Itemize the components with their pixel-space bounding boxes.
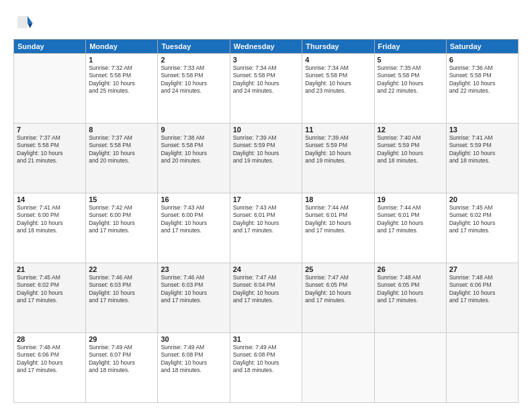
day-number: 30	[161, 335, 226, 343]
calendar-cell: 18Sunrise: 7:44 AM Sunset: 6:01 PM Dayli…	[302, 193, 374, 263]
calendar-cell	[14, 54, 86, 124]
day-info: Sunrise: 7:44 AM Sunset: 6:01 PM Dayligh…	[378, 204, 443, 235]
calendar-cell	[446, 333, 518, 403]
day-number: 1	[89, 56, 154, 64]
day-number: 9	[161, 126, 226, 134]
calendar-header-row: SundayMondayTuesdayWednesdayThursdayFrid…	[14, 40, 519, 54]
calendar-cell	[374, 333, 446, 403]
calendar-col-thursday: Thursday	[302, 40, 374, 54]
header	[13, 12, 519, 32]
day-number: 26	[378, 265, 443, 273]
day-number: 23	[161, 265, 226, 273]
day-info: Sunrise: 7:48 AM Sunset: 6:05 PM Dayligh…	[378, 274, 443, 305]
day-info: Sunrise: 7:49 AM Sunset: 6:08 PM Dayligh…	[161, 344, 226, 375]
calendar-cell: 6Sunrise: 7:36 AM Sunset: 5:58 PM Daylig…	[446, 54, 518, 124]
calendar-cell: 30Sunrise: 7:49 AM Sunset: 6:08 PM Dayli…	[158, 333, 230, 403]
day-number: 12	[378, 126, 443, 134]
calendar-cell: 3Sunrise: 7:34 AM Sunset: 5:58 PM Daylig…	[230, 54, 302, 124]
calendar-cell: 7Sunrise: 7:37 AM Sunset: 5:58 PM Daylig…	[14, 124, 86, 193]
day-info: Sunrise: 7:46 AM Sunset: 6:03 PM Dayligh…	[89, 274, 154, 305]
calendar-cell: 16Sunrise: 7:43 AM Sunset: 6:00 PM Dayli…	[158, 193, 230, 263]
calendar-cell: 12Sunrise: 7:40 AM Sunset: 5:59 PM Dayli…	[374, 124, 446, 193]
day-info: Sunrise: 7:41 AM Sunset: 6:00 PM Dayligh…	[17, 204, 83, 235]
calendar-cell: 19Sunrise: 7:44 AM Sunset: 6:01 PM Dayli…	[374, 193, 446, 263]
day-number: 4	[305, 56, 371, 64]
day-number: 19	[378, 195, 443, 203]
day-info: Sunrise: 7:44 AM Sunset: 6:01 PM Dayligh…	[305, 204, 371, 235]
calendar-cell: 17Sunrise: 7:43 AM Sunset: 6:01 PM Dayli…	[230, 193, 302, 263]
calendar-cell: 22Sunrise: 7:46 AM Sunset: 6:03 PM Dayli…	[86, 263, 158, 333]
logo	[13, 12, 36, 32]
day-info: Sunrise: 7:34 AM Sunset: 5:58 PM Dayligh…	[305, 64, 371, 95]
calendar-col-friday: Friday	[374, 40, 446, 54]
logo-icon	[13, 12, 34, 32]
calendar-week-row: 1Sunrise: 7:32 AM Sunset: 5:58 PM Daylig…	[14, 54, 519, 124]
day-info: Sunrise: 7:49 AM Sunset: 6:08 PM Dayligh…	[233, 344, 300, 375]
day-number: 27	[449, 265, 515, 273]
day-info: Sunrise: 7:49 AM Sunset: 6:07 PM Dayligh…	[89, 344, 154, 375]
day-info: Sunrise: 7:36 AM Sunset: 5:58 PM Dayligh…	[449, 64, 515, 95]
calendar-col-sunday: Sunday	[14, 40, 86, 54]
calendar-cell: 31Sunrise: 7:49 AM Sunset: 6:08 PM Dayli…	[230, 333, 302, 403]
day-number: 16	[161, 195, 226, 203]
calendar-cell: 27Sunrise: 7:48 AM Sunset: 6:06 PM Dayli…	[446, 263, 518, 333]
day-number: 11	[305, 126, 371, 134]
calendar-week-row: 21Sunrise: 7:45 AM Sunset: 6:02 PM Dayli…	[14, 263, 519, 333]
calendar-table: SundayMondayTuesdayWednesdayThursdayFrid…	[13, 39, 519, 403]
day-info: Sunrise: 7:48 AM Sunset: 6:06 PM Dayligh…	[17, 344, 83, 375]
day-number: 28	[17, 335, 83, 343]
day-number: 8	[89, 126, 154, 134]
day-info: Sunrise: 7:47 AM Sunset: 6:04 PM Dayligh…	[233, 274, 300, 305]
calendar-cell: 28Sunrise: 7:48 AM Sunset: 6:06 PM Dayli…	[14, 333, 86, 403]
calendar-cell: 15Sunrise: 7:42 AM Sunset: 6:00 PM Dayli…	[86, 193, 158, 263]
day-info: Sunrise: 7:32 AM Sunset: 5:58 PM Dayligh…	[89, 64, 154, 95]
day-number: 3	[233, 56, 300, 64]
day-info: Sunrise: 7:45 AM Sunset: 6:02 PM Dayligh…	[449, 204, 515, 235]
calendar-cell: 10Sunrise: 7:39 AM Sunset: 5:59 PM Dayli…	[230, 124, 302, 193]
day-info: Sunrise: 7:47 AM Sunset: 6:05 PM Dayligh…	[305, 274, 371, 305]
calendar-cell: 5Sunrise: 7:35 AM Sunset: 5:58 PM Daylig…	[374, 54, 446, 124]
day-number: 31	[233, 335, 300, 343]
calendar-cell: 11Sunrise: 7:39 AM Sunset: 5:59 PM Dayli…	[302, 124, 374, 193]
svg-rect-2	[17, 16, 28, 28]
day-info: Sunrise: 7:39 AM Sunset: 5:59 PM Dayligh…	[305, 134, 371, 165]
calendar-page: SundayMondayTuesdayWednesdayThursdayFrid…	[0, 0, 532, 411]
calendar-week-row: 14Sunrise: 7:41 AM Sunset: 6:00 PM Dayli…	[14, 193, 519, 263]
calendar-cell: 4Sunrise: 7:34 AM Sunset: 5:58 PM Daylig…	[302, 54, 374, 124]
day-info: Sunrise: 7:38 AM Sunset: 5:58 PM Dayligh…	[161, 134, 226, 165]
day-info: Sunrise: 7:35 AM Sunset: 5:58 PM Dayligh…	[378, 64, 443, 95]
day-number: 14	[17, 195, 83, 203]
day-number: 15	[89, 195, 154, 203]
day-info: Sunrise: 7:37 AM Sunset: 5:58 PM Dayligh…	[17, 134, 83, 165]
calendar-cell: 20Sunrise: 7:45 AM Sunset: 6:02 PM Dayli…	[446, 193, 518, 263]
day-info: Sunrise: 7:42 AM Sunset: 6:00 PM Dayligh…	[89, 204, 154, 235]
day-info: Sunrise: 7:43 AM Sunset: 6:01 PM Dayligh…	[233, 204, 300, 235]
calendar-cell: 2Sunrise: 7:33 AM Sunset: 5:58 PM Daylig…	[158, 54, 230, 124]
day-number: 7	[17, 126, 83, 134]
calendar-cell: 23Sunrise: 7:46 AM Sunset: 6:03 PM Dayli…	[158, 263, 230, 333]
day-info: Sunrise: 7:40 AM Sunset: 5:59 PM Dayligh…	[378, 134, 443, 165]
day-info: Sunrise: 7:43 AM Sunset: 6:00 PM Dayligh…	[161, 204, 226, 235]
calendar-cell: 14Sunrise: 7:41 AM Sunset: 6:00 PM Dayli…	[14, 193, 86, 263]
calendar-cell: 25Sunrise: 7:47 AM Sunset: 6:05 PM Dayli…	[302, 263, 374, 333]
calendar-col-tuesday: Tuesday	[158, 40, 230, 54]
day-number: 17	[233, 195, 300, 203]
day-number: 21	[17, 265, 83, 273]
day-number: 6	[449, 56, 515, 64]
day-info: Sunrise: 7:46 AM Sunset: 6:03 PM Dayligh…	[161, 274, 226, 305]
calendar-week-row: 7Sunrise: 7:37 AM Sunset: 5:58 PM Daylig…	[14, 124, 519, 193]
day-number: 18	[305, 195, 371, 203]
day-number: 10	[233, 126, 300, 134]
calendar-col-saturday: Saturday	[446, 40, 518, 54]
calendar-cell: 24Sunrise: 7:47 AM Sunset: 6:04 PM Dayli…	[230, 263, 302, 333]
calendar-cell: 13Sunrise: 7:41 AM Sunset: 5:59 PM Dayli…	[446, 124, 518, 193]
day-info: Sunrise: 7:41 AM Sunset: 5:59 PM Dayligh…	[449, 134, 515, 165]
day-number: 24	[233, 265, 300, 273]
svg-marker-0	[28, 16, 33, 24]
calendar-cell	[302, 333, 374, 403]
calendar-cell: 1Sunrise: 7:32 AM Sunset: 5:58 PM Daylig…	[86, 54, 158, 124]
day-number: 25	[305, 265, 371, 273]
calendar-cell: 26Sunrise: 7:48 AM Sunset: 6:05 PM Dayli…	[374, 263, 446, 333]
day-number: 13	[449, 126, 515, 134]
calendar-cell: 9Sunrise: 7:38 AM Sunset: 5:58 PM Daylig…	[158, 124, 230, 193]
